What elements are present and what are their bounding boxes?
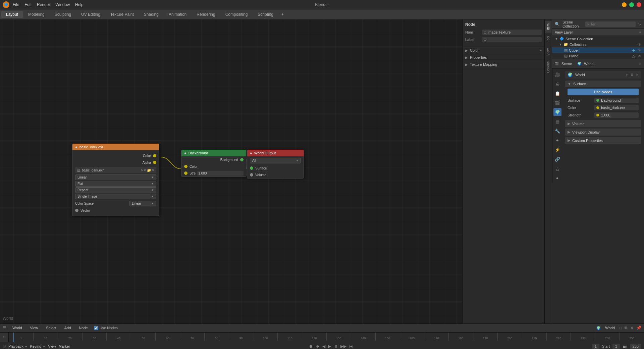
image-texture-node[interactable]: ● basic_dark.exr Color Alpha 🖼 basic_dar…	[72, 144, 159, 216]
world-output-node[interactable]: ● World Output All Surface Volume	[247, 150, 304, 179]
surface-section-header[interactable]: ▼ Surface	[565, 81, 641, 87]
source-select[interactable]: Single Image	[75, 194, 156, 199]
properties-section-expand[interactable]: ▶ Properties	[463, 54, 544, 61]
tab-scripting[interactable]: Scripting	[253, 11, 278, 18]
current-frame-display[interactable]: 1	[592, 344, 599, 349]
ne-node-btn[interactable]: Node	[77, 325, 90, 331]
custom-properties-header[interactable]: ▶ Custom Properties	[565, 137, 641, 144]
physics-props-icon[interactable]: ⚡	[553, 146, 561, 154]
play-icon[interactable]: ▶	[328, 344, 331, 349]
maximize-button[interactable]	[629, 2, 634, 7]
side-tab-options[interactable]: Options	[545, 59, 551, 76]
extension-select[interactable]: Repeat	[75, 187, 156, 193]
timeline-playhead[interactable]	[13, 333, 14, 342]
minimize-button[interactable]	[622, 2, 627, 7]
bg-strength-socket[interactable]	[184, 171, 187, 175]
tab-shading[interactable]: Shading	[139, 11, 163, 18]
render-props-icon[interactable]: 🎥	[553, 70, 561, 79]
wo-volume-socket[interactable]	[250, 173, 253, 177]
outliner-search-input[interactable]	[585, 21, 636, 27]
file-folder-icon[interactable]: 📁	[147, 168, 151, 172]
cube-visibility-icon[interactable]: 👁	[638, 48, 641, 52]
projection-select[interactable]: Flat	[75, 181, 156, 187]
ne-pin-icon[interactable]: 📌	[636, 326, 641, 330]
jump-to-end-icon[interactable]: ⏭	[349, 344, 353, 349]
file-copy-icon[interactable]: ⧉	[144, 168, 146, 172]
image-file-selector[interactable]: 🖼 basic_dark.exr ✎ ⧉ 📁 ✕	[75, 167, 156, 173]
color-space-select[interactable]: Linear	[129, 201, 156, 206]
color-options-icon[interactable]: ≡	[540, 49, 542, 52]
menu-window[interactable]: Window	[55, 2, 70, 7]
modifier-props-icon[interactable]: 🔧	[553, 127, 561, 135]
ne-world-display[interactable]: World	[603, 325, 617, 331]
menu-help[interactable]: Help	[75, 2, 84, 7]
texture-mapping-section-expand[interactable]: ▶ Texture Mapping	[463, 61, 544, 68]
use-nodes-checkbox[interactable]	[94, 326, 98, 330]
tree-scene-collection[interactable]: ▼ 🔷 Scene Collection	[552, 36, 644, 42]
ne-select-btn[interactable]: Select	[44, 325, 58, 331]
view-layer-props-icon[interactable]: 📋	[553, 89, 561, 97]
tree-collection[interactable]: ▼ 📁 Collection 👁	[552, 42, 644, 47]
tab-rendering[interactable]: Rendering	[192, 11, 220, 18]
tab-layout[interactable]: Layout	[1, 11, 23, 18]
side-tab-item[interactable]: Item	[545, 21, 551, 33]
background-node[interactable]: ● Background Background Color Stre 1.000	[181, 150, 247, 177]
close-button[interactable]	[637, 2, 641, 7]
playback-dropdown[interactable]: Playback	[8, 344, 28, 348]
tab-sculpting[interactable]: Sculpting	[50, 11, 76, 18]
tab-uv-editing[interactable]: UV Editing	[76, 11, 105, 18]
menu-edit[interactable]: Edit	[24, 2, 32, 7]
ne-add-btn[interactable]: Add	[62, 325, 73, 331]
playback-view-menu[interactable]: View	[48, 344, 56, 348]
tree-cube[interactable]: ▤ Cube ◆ 👁	[552, 47, 644, 53]
world-unlink-icon[interactable]: ✕	[636, 73, 639, 77]
tab-modeling[interactable]: Modeling	[23, 11, 49, 18]
world-props-icon[interactable]: 🌍	[553, 108, 561, 116]
world-copy-icon[interactable]: ⧉	[631, 73, 633, 77]
side-tab-tool[interactable]: Tool	[545, 33, 551, 45]
bg-color-socket[interactable]	[184, 165, 187, 168]
data-props-icon[interactable]: △	[553, 164, 561, 172]
object-props-icon[interactable]: ▤	[553, 117, 561, 126]
viewport-display-header[interactable]: ▶ Viewport Display	[565, 129, 641, 136]
menu-render[interactable]: Render	[37, 2, 50, 7]
end-frame-value[interactable]: 250	[630, 344, 641, 349]
timeline-ruler[interactable]: 1 10 20 30 40 50 60 70 80 90 100 110 120…	[9, 333, 644, 342]
props-scene-tab[interactable]: Scene	[561, 62, 572, 66]
marker-menu[interactable]: Marker	[59, 344, 70, 348]
particles-props-icon[interactable]: ✦	[553, 136, 561, 144]
props-world-tab[interactable]: World	[584, 62, 594, 66]
bg-output-socket[interactable]	[240, 158, 244, 161]
tab-animation[interactable]: Animation	[164, 11, 191, 18]
material-props-icon[interactable]: ●	[553, 174, 561, 182]
next-frame-icon[interactable]: ▶▶	[340, 344, 346, 349]
output-color-socket[interactable]	[153, 154, 156, 157]
ne-view-btn[interactable]: View	[28, 325, 40, 331]
world-browse-icon[interactable]: □	[626, 73, 628, 77]
input-vector-socket[interactable]	[75, 209, 78, 212]
wo-surface-socket[interactable]	[250, 166, 253, 170]
use-nodes-button[interactable]: Use Nodes	[568, 89, 639, 95]
start-frame-value[interactable]: 1	[612, 344, 620, 349]
bg-strength-value[interactable]: 1.000	[197, 171, 244, 176]
file-close-icon[interactable]: ✕	[152, 168, 154, 172]
tree-plane[interactable]: ▤ Plane △ 👁	[552, 53, 644, 59]
tab-compositing[interactable]: Compositing	[221, 11, 253, 18]
ne-close-icon[interactable]: ✕	[630, 326, 634, 330]
world-output-target-select[interactable]: All	[250, 158, 301, 163]
volume-section-header[interactable]: ▶ Volume	[565, 120, 641, 127]
side-tab-view[interactable]: View	[545, 46, 551, 58]
blender-logo[interactable]: 🔷	[3, 1, 9, 8]
stop-icon[interactable]: ⏸	[334, 344, 338, 349]
node-label-value[interactable]: □	[482, 37, 542, 42]
add-workspace-button[interactable]: +	[279, 11, 286, 18]
tab-texture-paint[interactable]: Texture Paint	[106, 11, 139, 18]
plane-visibility-icon[interactable]: 👁	[638, 54, 641, 58]
node-name-value[interactable]: □ Image Texture	[482, 30, 542, 35]
view-layer-options[interactable]: ≡	[639, 31, 641, 34]
interpolation-select[interactable]: Linear	[75, 174, 156, 180]
strength-prop-value[interactable]: 1.000	[594, 112, 639, 118]
keying-dropdown[interactable]: Keying	[30, 344, 46, 348]
color-section-expand[interactable]: ▶ Color ≡	[463, 47, 544, 54]
file-edit-icon[interactable]: ✎	[141, 168, 143, 172]
